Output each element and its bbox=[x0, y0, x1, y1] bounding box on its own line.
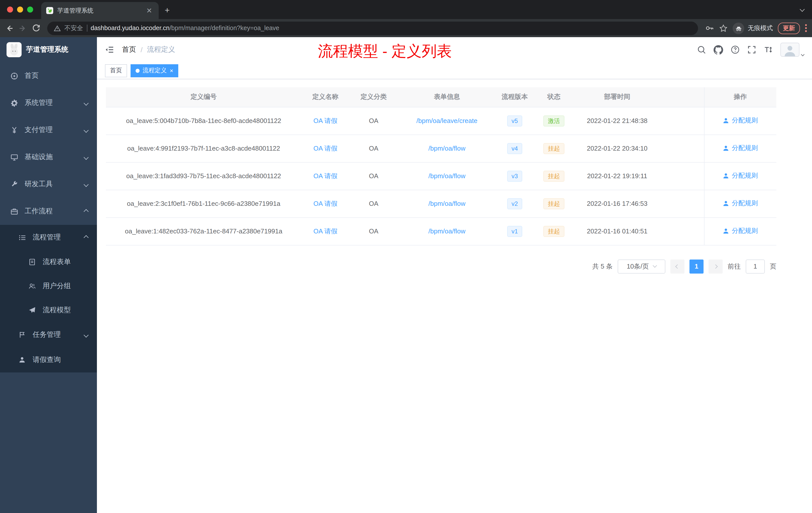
breadcrumb-current: 流程定义 bbox=[147, 45, 175, 54]
assign-rule-label: 分配规则 bbox=[732, 199, 758, 208]
reload-button[interactable] bbox=[32, 24, 40, 32]
back-button[interactable] bbox=[5, 24, 13, 32]
security-label[interactable]: 不安全 bbox=[64, 24, 83, 32]
sidebar-item-process-model[interactable]: 流程模型 bbox=[0, 298, 97, 322]
sidebar-item-system[interactable]: 系统管理 bbox=[0, 89, 97, 117]
status-badge: 挂起 bbox=[543, 171, 564, 181]
sidebar-item-home[interactable]: 首页 bbox=[0, 62, 97, 89]
cell-category: OA bbox=[349, 134, 398, 162]
tag-home[interactable]: 首页 bbox=[105, 64, 127, 77]
form-link[interactable]: /bpm/oa/flow bbox=[428, 228, 465, 235]
definition-name-link[interactable]: OA 请假 bbox=[313, 117, 337, 124]
security-warning-icon[interactable] bbox=[54, 25, 61, 31]
column-header-deploy-time: 部署时间 bbox=[575, 87, 660, 107]
sidebar-item-label: 流程管理 bbox=[33, 233, 61, 242]
sidebar-collapse-icon[interactable] bbox=[105, 46, 114, 54]
sidebar-item-infrastructure[interactable]: 基础设施 bbox=[0, 144, 97, 171]
browser-toolbar: 不安全 dashboard.yudao.iocoder.cn/bpm/manag… bbox=[0, 19, 812, 37]
sidebar-item-leave-query[interactable]: 请假查询 bbox=[0, 348, 97, 372]
incognito-icon bbox=[733, 22, 744, 34]
sidebar-logo[interactable]: 芋道管理系统 bbox=[0, 37, 97, 62]
github-icon[interactable] bbox=[714, 45, 723, 55]
sidebar-item-label: 系统管理 bbox=[25, 98, 53, 108]
assign-rule-label: 分配规则 bbox=[732, 227, 758, 236]
sidebar: 芋道管理系统 首页 系统管理 支付管理 bbox=[0, 37, 97, 513]
url-path: /bpm/manager/definition?key=oa_leave bbox=[170, 25, 279, 32]
workflow-submenu: 流程管理 流程表单 用户分组 bbox=[0, 225, 97, 372]
browser-window: 芋道管理系统 ✕ + 不安全 dashboard.yudao.iocoder.c… bbox=[0, 0, 812, 513]
sidebar-item-user-group[interactable]: 用户分组 bbox=[0, 274, 97, 298]
new-tab-button[interactable]: + bbox=[165, 5, 170, 16]
sidebar-item-workflow[interactable]: 工作流程 bbox=[0, 198, 97, 225]
browser-update-button[interactable]: 更新 bbox=[778, 22, 800, 34]
top-navbar: 首页 / 流程定义 流程模型 - 定义列表 bbox=[97, 37, 812, 62]
main-area: 首页 / 流程定义 流程模型 - 定义列表 bbox=[97, 37, 812, 513]
form-link[interactable]: /bpm/oa/flow bbox=[428, 200, 465, 207]
user-avatar[interactable] bbox=[780, 43, 804, 57]
fullscreen-icon[interactable] bbox=[747, 45, 756, 54]
sidebar-item-devtools[interactable]: 研发工具 bbox=[0, 171, 97, 198]
incognito-label: 无痕模式 bbox=[748, 24, 773, 32]
assign-rule-button[interactable]: 分配规则 bbox=[723, 172, 758, 180]
chevron-up-icon bbox=[84, 235, 89, 240]
definition-name-link[interactable]: OA 请假 bbox=[313, 172, 337, 179]
sidebar-item-task-management[interactable]: 任务管理 bbox=[0, 322, 97, 348]
tag-process-definition[interactable]: 流程定义 × bbox=[130, 64, 178, 77]
sidebar-item-process-form[interactable]: 流程表单 bbox=[0, 250, 97, 274]
form-link[interactable]: /bpm/oa/flow bbox=[428, 172, 465, 180]
forward-button[interactable] bbox=[19, 24, 27, 32]
definition-name-link[interactable]: OA 请假 bbox=[313, 200, 337, 207]
tab-search-icon[interactable] bbox=[801, 4, 804, 13]
chevron-down-icon bbox=[84, 182, 89, 187]
browser-menu-icon[interactable] bbox=[805, 24, 807, 32]
assign-rule-button[interactable]: 分配规则 bbox=[723, 116, 758, 125]
breadcrumb-home[interactable]: 首页 bbox=[122, 45, 136, 54]
table-header-row: 定义编号 定义名称 定义分类 表单信息 流程版本 状态 部署时间 操作 bbox=[106, 87, 776, 107]
prev-page-button[interactable] bbox=[670, 259, 685, 273]
table-row: oa_leave:3:1fad3d93-7b75-11ec-a3c8-acde4… bbox=[106, 162, 776, 190]
column-header-action: 操作 bbox=[704, 87, 776, 107]
search-icon[interactable] bbox=[697, 45, 706, 54]
assign-rule-button[interactable]: 分配规则 bbox=[723, 144, 758, 153]
maximize-window-button[interactable] bbox=[27, 6, 33, 12]
close-window-button[interactable] bbox=[7, 6, 13, 12]
password-key-icon[interactable] bbox=[705, 24, 714, 33]
page-unit-label: 页 bbox=[770, 262, 776, 271]
help-icon[interactable] bbox=[731, 45, 740, 54]
minimize-window-button[interactable] bbox=[17, 6, 23, 12]
column-header-version: 流程版本 bbox=[496, 87, 533, 107]
tab-strip: 芋道管理系统 ✕ + bbox=[0, 0, 812, 19]
assign-rule-button[interactable]: 分配规则 bbox=[723, 227, 758, 236]
cell-category: OA bbox=[349, 107, 398, 134]
sidebar-item-payment[interactable]: 支付管理 bbox=[0, 117, 97, 144]
cell-definition-id: oa_leave:3:1fad3d93-7b75-11ec-a3c8-acde4… bbox=[106, 162, 301, 190]
cell-deploy-time: 2022-01-22 21:48:38 bbox=[575, 107, 660, 134]
chevron-down-icon bbox=[84, 155, 89, 160]
goto-page-input[interactable] bbox=[746, 259, 765, 273]
definition-name-link[interactable]: OA 请假 bbox=[313, 227, 337, 235]
form-link[interactable]: /bpm/oa/flow bbox=[428, 145, 465, 152]
bookmark-star-icon[interactable] bbox=[719, 24, 728, 32]
font-size-icon[interactable] bbox=[764, 45, 773, 54]
assign-rule-button[interactable]: 分配规则 bbox=[723, 199, 758, 208]
cell-deploy-time: 2022-01-22 20:34:10 bbox=[575, 134, 660, 162]
browser-tab[interactable]: 芋道管理系统 ✕ bbox=[41, 2, 159, 19]
tags-view: 首页 流程定义 × bbox=[97, 62, 812, 79]
url-bar[interactable]: 不安全 dashboard.yudao.iocoder.cn/bpm/manag… bbox=[47, 21, 698, 35]
dashboard-icon bbox=[10, 72, 18, 80]
page-number-1[interactable]: 1 bbox=[690, 259, 703, 273]
column-header-form: 表单信息 bbox=[398, 87, 496, 107]
tag-label: 首页 bbox=[110, 66, 122, 75]
definition-name-link[interactable]: OA 请假 bbox=[313, 144, 337, 152]
url-text[interactable]: dashboard.yudao.iocoder.cn/bpm/manager/d… bbox=[91, 25, 279, 32]
next-page-button[interactable] bbox=[708, 259, 723, 273]
avatar-image bbox=[780, 43, 800, 57]
cell-spacer bbox=[660, 190, 704, 217]
tab-close-icon[interactable]: ✕ bbox=[145, 6, 154, 14]
sidebar-item-label: 任务管理 bbox=[33, 330, 61, 339]
form-link[interactable]: /bpm/oa/leave/create bbox=[416, 117, 477, 124]
tag-close-icon[interactable]: × bbox=[170, 67, 173, 74]
page-size-select[interactable]: 10条/页 bbox=[618, 259, 665, 273]
sidebar-item-process-management[interactable]: 流程管理 bbox=[0, 225, 97, 250]
sidebar-item-label: 研发工具 bbox=[25, 180, 53, 189]
